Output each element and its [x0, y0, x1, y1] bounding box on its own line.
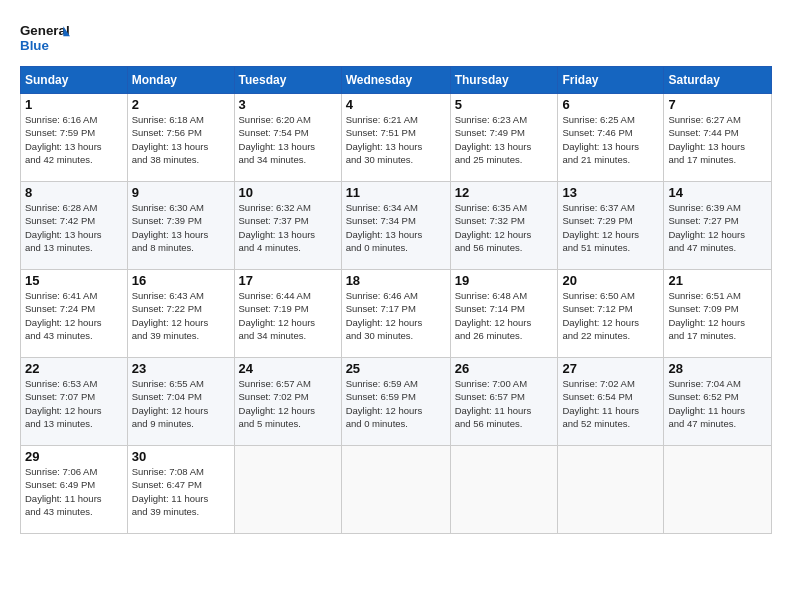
- day-detail: Sunrise: 6:44 AM Sunset: 7:19 PM Dayligh…: [239, 289, 337, 342]
- day-number: 8: [25, 185, 123, 200]
- day-number: 22: [25, 361, 123, 376]
- empty-cell: [450, 446, 558, 534]
- day-detail: Sunrise: 6:28 AM Sunset: 7:42 PM Dayligh…: [25, 201, 123, 254]
- day-cell-6: 6Sunrise: 6:25 AM Sunset: 7:46 PM Daylig…: [558, 94, 664, 182]
- day-cell-25: 25Sunrise: 6:59 AM Sunset: 6:59 PM Dayli…: [341, 358, 450, 446]
- calendar-week-3: 22Sunrise: 6:53 AM Sunset: 7:07 PM Dayli…: [21, 358, 772, 446]
- day-number: 17: [239, 273, 337, 288]
- day-number: 12: [455, 185, 554, 200]
- day-detail: Sunrise: 6:59 AM Sunset: 6:59 PM Dayligh…: [346, 377, 446, 430]
- day-detail: Sunrise: 7:00 AM Sunset: 6:57 PM Dayligh…: [455, 377, 554, 430]
- svg-text:General: General: [20, 23, 70, 38]
- logo-icon: General Blue: [20, 18, 70, 58]
- day-cell-18: 18Sunrise: 6:46 AM Sunset: 7:17 PM Dayli…: [341, 270, 450, 358]
- day-number: 29: [25, 449, 123, 464]
- day-cell-30: 30Sunrise: 7:08 AM Sunset: 6:47 PM Dayli…: [127, 446, 234, 534]
- day-cell-21: 21Sunrise: 6:51 AM Sunset: 7:09 PM Dayli…: [664, 270, 772, 358]
- day-number: 30: [132, 449, 230, 464]
- day-detail: Sunrise: 6:41 AM Sunset: 7:24 PM Dayligh…: [25, 289, 123, 342]
- day-cell-20: 20Sunrise: 6:50 AM Sunset: 7:12 PM Dayli…: [558, 270, 664, 358]
- day-cell-24: 24Sunrise: 6:57 AM Sunset: 7:02 PM Dayli…: [234, 358, 341, 446]
- day-cell-3: 3Sunrise: 6:20 AM Sunset: 7:54 PM Daylig…: [234, 94, 341, 182]
- day-detail: Sunrise: 6:35 AM Sunset: 7:32 PM Dayligh…: [455, 201, 554, 254]
- day-detail: Sunrise: 6:37 AM Sunset: 7:29 PM Dayligh…: [562, 201, 659, 254]
- day-cell-17: 17Sunrise: 6:44 AM Sunset: 7:19 PM Dayli…: [234, 270, 341, 358]
- day-cell-27: 27Sunrise: 7:02 AM Sunset: 6:54 PM Dayli…: [558, 358, 664, 446]
- dow-header-tuesday: Tuesday: [234, 67, 341, 94]
- day-cell-10: 10Sunrise: 6:32 AM Sunset: 7:37 PM Dayli…: [234, 182, 341, 270]
- day-cell-7: 7Sunrise: 6:27 AM Sunset: 7:44 PM Daylig…: [664, 94, 772, 182]
- day-cell-8: 8Sunrise: 6:28 AM Sunset: 7:42 PM Daylig…: [21, 182, 128, 270]
- svg-text:Blue: Blue: [20, 38, 49, 53]
- empty-cell: [558, 446, 664, 534]
- day-number: 16: [132, 273, 230, 288]
- calendar-table: SundayMondayTuesdayWednesdayThursdayFrid…: [20, 66, 772, 534]
- day-number: 1: [25, 97, 123, 112]
- day-detail: Sunrise: 6:46 AM Sunset: 7:17 PM Dayligh…: [346, 289, 446, 342]
- day-number: 11: [346, 185, 446, 200]
- day-number: 25: [346, 361, 446, 376]
- day-detail: Sunrise: 6:23 AM Sunset: 7:49 PM Dayligh…: [455, 113, 554, 166]
- day-cell-22: 22Sunrise: 6:53 AM Sunset: 7:07 PM Dayli…: [21, 358, 128, 446]
- day-cell-5: 5Sunrise: 6:23 AM Sunset: 7:49 PM Daylig…: [450, 94, 558, 182]
- empty-cell: [341, 446, 450, 534]
- day-cell-28: 28Sunrise: 7:04 AM Sunset: 6:52 PM Dayli…: [664, 358, 772, 446]
- day-detail: Sunrise: 6:18 AM Sunset: 7:56 PM Dayligh…: [132, 113, 230, 166]
- day-number: 28: [668, 361, 767, 376]
- day-number: 19: [455, 273, 554, 288]
- dow-header-friday: Friday: [558, 67, 664, 94]
- day-cell-14: 14Sunrise: 6:39 AM Sunset: 7:27 PM Dayli…: [664, 182, 772, 270]
- day-detail: Sunrise: 7:08 AM Sunset: 6:47 PM Dayligh…: [132, 465, 230, 518]
- calendar-week-2: 15Sunrise: 6:41 AM Sunset: 7:24 PM Dayli…: [21, 270, 772, 358]
- day-cell-26: 26Sunrise: 7:00 AM Sunset: 6:57 PM Dayli…: [450, 358, 558, 446]
- calendar-week-1: 8Sunrise: 6:28 AM Sunset: 7:42 PM Daylig…: [21, 182, 772, 270]
- day-detail: Sunrise: 6:50 AM Sunset: 7:12 PM Dayligh…: [562, 289, 659, 342]
- day-number: 18: [346, 273, 446, 288]
- day-number: 9: [132, 185, 230, 200]
- day-cell-29: 29Sunrise: 7:06 AM Sunset: 6:49 PM Dayli…: [21, 446, 128, 534]
- day-detail: Sunrise: 6:51 AM Sunset: 7:09 PM Dayligh…: [668, 289, 767, 342]
- day-detail: Sunrise: 6:48 AM Sunset: 7:14 PM Dayligh…: [455, 289, 554, 342]
- dow-header-thursday: Thursday: [450, 67, 558, 94]
- day-detail: Sunrise: 6:32 AM Sunset: 7:37 PM Dayligh…: [239, 201, 337, 254]
- day-cell-11: 11Sunrise: 6:34 AM Sunset: 7:34 PM Dayli…: [341, 182, 450, 270]
- day-cell-23: 23Sunrise: 6:55 AM Sunset: 7:04 PM Dayli…: [127, 358, 234, 446]
- empty-cell: [664, 446, 772, 534]
- day-number: 23: [132, 361, 230, 376]
- day-cell-2: 2Sunrise: 6:18 AM Sunset: 7:56 PM Daylig…: [127, 94, 234, 182]
- day-number: 4: [346, 97, 446, 112]
- day-number: 27: [562, 361, 659, 376]
- day-detail: Sunrise: 6:34 AM Sunset: 7:34 PM Dayligh…: [346, 201, 446, 254]
- day-number: 15: [25, 273, 123, 288]
- dow-header-monday: Monday: [127, 67, 234, 94]
- day-detail: Sunrise: 6:27 AM Sunset: 7:44 PM Dayligh…: [668, 113, 767, 166]
- day-number: 3: [239, 97, 337, 112]
- day-detail: Sunrise: 6:20 AM Sunset: 7:54 PM Dayligh…: [239, 113, 337, 166]
- day-cell-19: 19Sunrise: 6:48 AM Sunset: 7:14 PM Dayli…: [450, 270, 558, 358]
- day-cell-4: 4Sunrise: 6:21 AM Sunset: 7:51 PM Daylig…: [341, 94, 450, 182]
- day-number: 10: [239, 185, 337, 200]
- day-number: 13: [562, 185, 659, 200]
- day-number: 2: [132, 97, 230, 112]
- dow-header-sunday: Sunday: [21, 67, 128, 94]
- day-detail: Sunrise: 6:21 AM Sunset: 7:51 PM Dayligh…: [346, 113, 446, 166]
- day-number: 20: [562, 273, 659, 288]
- day-cell-9: 9Sunrise: 6:30 AM Sunset: 7:39 PM Daylig…: [127, 182, 234, 270]
- day-detail: Sunrise: 6:39 AM Sunset: 7:27 PM Dayligh…: [668, 201, 767, 254]
- day-cell-12: 12Sunrise: 6:35 AM Sunset: 7:32 PM Dayli…: [450, 182, 558, 270]
- day-detail: Sunrise: 7:04 AM Sunset: 6:52 PM Dayligh…: [668, 377, 767, 430]
- day-number: 14: [668, 185, 767, 200]
- day-detail: Sunrise: 6:53 AM Sunset: 7:07 PM Dayligh…: [25, 377, 123, 430]
- day-detail: Sunrise: 7:02 AM Sunset: 6:54 PM Dayligh…: [562, 377, 659, 430]
- day-cell-15: 15Sunrise: 6:41 AM Sunset: 7:24 PM Dayli…: [21, 270, 128, 358]
- day-number: 6: [562, 97, 659, 112]
- logo: General Blue: [20, 18, 70, 58]
- day-number: 5: [455, 97, 554, 112]
- dow-header-wednesday: Wednesday: [341, 67, 450, 94]
- calendar-week-4: 29Sunrise: 7:06 AM Sunset: 6:49 PM Dayli…: [21, 446, 772, 534]
- day-number: 7: [668, 97, 767, 112]
- day-number: 24: [239, 361, 337, 376]
- dow-header-saturday: Saturday: [664, 67, 772, 94]
- day-number: 26: [455, 361, 554, 376]
- calendar-week-0: 1Sunrise: 6:16 AM Sunset: 7:59 PM Daylig…: [21, 94, 772, 182]
